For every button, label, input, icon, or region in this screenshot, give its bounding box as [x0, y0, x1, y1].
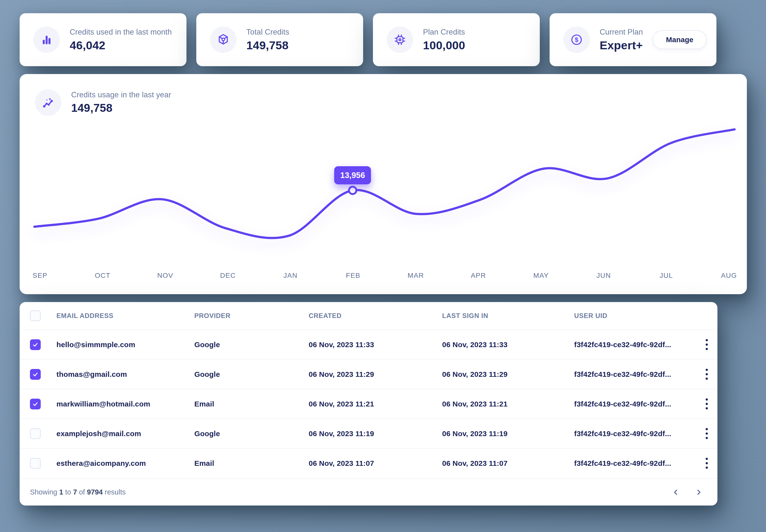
email-cell: hello@simmmple.com: [56, 341, 194, 349]
x-tick: OCT: [94, 272, 111, 279]
created-cell: 06 Nov, 2023 11:21: [309, 400, 442, 408]
stat-label: Plan Credits: [423, 28, 465, 37]
row-checkbox[interactable]: [30, 458, 41, 469]
chart-tooltip: 13,956: [334, 166, 371, 184]
email-cell: markwilliam@hotmail.com: [56, 400, 194, 408]
results-total: 9794: [87, 488, 103, 496]
results-from: 1: [59, 488, 63, 496]
user-uid-cell: f3f42fc419-ce32-49fc-92df...: [574, 459, 692, 468]
user-uid-cell: f3f42fc419-ce32-49fc-92df...: [574, 400, 692, 408]
x-tick: NOV: [157, 272, 174, 279]
user-uid-cell: f3f42fc419-ce32-49fc-92df...: [574, 430, 692, 438]
column-header-last-sign-in: LAST SIGN IN: [442, 312, 574, 320]
stat-value: Expert+: [600, 38, 643, 52]
user-uid-cell: f3f42fc419-ce32-49fc-92df...: [574, 341, 692, 349]
next-page-button[interactable]: [694, 487, 704, 497]
results-to: 7: [73, 488, 77, 496]
chart-tooltip-value: 13,956: [340, 171, 365, 180]
table-footer: Showing 1 to 7 of 9794 results: [20, 478, 717, 506]
created-cell: 06 Nov, 2023 11:19: [309, 430, 442, 438]
x-tick: APR: [470, 272, 487, 279]
x-tick: DEC: [219, 272, 237, 279]
select-all-checkbox[interactable]: [30, 310, 41, 321]
x-tick: MAR: [407, 272, 424, 279]
stats-row: Credits used in the last month 46,042 To…: [20, 13, 716, 66]
stat-card-credits-used: Credits used in the last month 46,042: [20, 13, 186, 66]
bar-chart-icon: [33, 26, 60, 53]
row-menu-kebab-icon[interactable]: [701, 397, 713, 411]
email-cell: esthera@aicompany.com: [56, 459, 194, 468]
row-checkbox[interactable]: [30, 428, 41, 439]
x-tick: JUL: [658, 272, 675, 279]
last-sign-in-cell: 06 Nov, 2023 11:21: [442, 400, 574, 408]
row-menu-kebab-icon[interactable]: [701, 456, 713, 471]
last-sign-in-cell: 06 Nov, 2023 11:19: [442, 430, 574, 438]
x-tick: AUG: [720, 272, 738, 279]
row-checkbox[interactable]: [30, 369, 41, 380]
stat-label: Credits used in the last month: [70, 28, 172, 37]
chart-total-value: 149,758: [71, 101, 171, 114]
manage-plan-button[interactable]: Manage: [653, 30, 707, 49]
previous-page-button[interactable]: [671, 487, 681, 497]
provider-cell: Google: [194, 430, 309, 438]
table-row: esthera@aicompany.com Email 06 Nov, 2023…: [20, 448, 717, 478]
provider-cell: Google: [194, 370, 309, 379]
svg-text:$: $: [575, 36, 578, 43]
table-row: examplejosh@mail.com Google 06 Nov, 2023…: [20, 418, 717, 448]
x-tick: FEB: [345, 272, 362, 279]
chart-header: Credits usage in the last year 149,758: [35, 89, 171, 116]
row-menu-kebab-icon[interactable]: [701, 337, 713, 352]
results-summary: Showing 1 to 7 of 9794 results: [30, 488, 126, 496]
x-axis-labels: SEP OCT NOV DEC JAN FEB MAR APR MAY JUN …: [31, 272, 738, 279]
created-cell: 06 Nov, 2023 11:29: [309, 370, 442, 379]
stat-card-current-plan: $ Current Plan Expert+ Manage: [549, 13, 716, 66]
x-tick: SEP: [31, 272, 49, 279]
last-sign-in-cell: 06 Nov, 2023 11:29: [442, 370, 574, 379]
cube-icon: [210, 26, 237, 53]
billing-dashboard: { "theme": { "accent": "#6142f0", "accen…: [0, 0, 766, 532]
user-uid-cell: f3f42fc419-ce32-49fc-92df...: [574, 370, 692, 379]
email-cell: examplejosh@mail.com: [56, 430, 194, 438]
stat-value: 100,000: [423, 38, 465, 52]
x-tick: JUN: [595, 272, 612, 279]
table-header-row: EMAIL ADDRESS PROVIDER CREATED LAST SIGN…: [20, 302, 717, 329]
table-row: hello@simmmple.com Google 06 Nov, 2023 1…: [20, 329, 717, 359]
provider-cell: Email: [194, 459, 309, 468]
credits-usage-chart-card: Credits usage in the last year 149,758 1…: [20, 74, 747, 294]
stat-label: Current Plan: [600, 28, 643, 37]
chip-icon: [387, 26, 413, 53]
dollar-icon: $: [563, 26, 590, 53]
row-checkbox[interactable]: [30, 339, 41, 350]
stat-value: 149,758: [246, 38, 289, 52]
column-header-provider: PROVIDER: [194, 312, 309, 320]
row-menu-kebab-icon[interactable]: [701, 367, 713, 382]
stat-card-plan-credits: Plan Credits 100,000: [373, 13, 540, 66]
stat-card-total-credits: Total Credits 149,758: [196, 13, 363, 66]
provider-cell: Email: [194, 400, 309, 408]
provider-cell: Google: [194, 341, 309, 349]
users-table-card: EMAIL ADDRESS PROVIDER CREATED LAST SIGN…: [20, 302, 717, 506]
created-cell: 06 Nov, 2023 11:07: [309, 459, 442, 468]
stat-label: Total Credits: [246, 28, 289, 37]
trend-sparkle-icon: [35, 89, 61, 116]
chart-title: Credits usage in the last year: [71, 90, 171, 99]
last-sign-in-cell: 06 Nov, 2023 11:07: [442, 459, 574, 468]
stat-value: 46,042: [70, 38, 172, 52]
pagination: [671, 487, 704, 497]
email-cell: thomas@gmail.com: [56, 370, 194, 379]
created-cell: 06 Nov, 2023 11:33: [309, 341, 442, 349]
table-row: thomas@gmail.com Google 06 Nov, 2023 11:…: [20, 359, 717, 389]
column-header-user-uid: USER UID: [574, 312, 692, 320]
row-menu-kebab-icon[interactable]: [701, 426, 713, 441]
x-tick: MAY: [532, 272, 549, 279]
last-sign-in-cell: 06 Nov, 2023 11:33: [442, 341, 574, 349]
column-header-email: EMAIL ADDRESS: [56, 312, 194, 320]
column-header-created: CREATED: [309, 312, 442, 320]
row-checkbox[interactable]: [30, 399, 41, 409]
table-row: markwilliam@hotmail.com Email 06 Nov, 20…: [20, 389, 717, 418]
x-tick: JAN: [282, 272, 299, 279]
